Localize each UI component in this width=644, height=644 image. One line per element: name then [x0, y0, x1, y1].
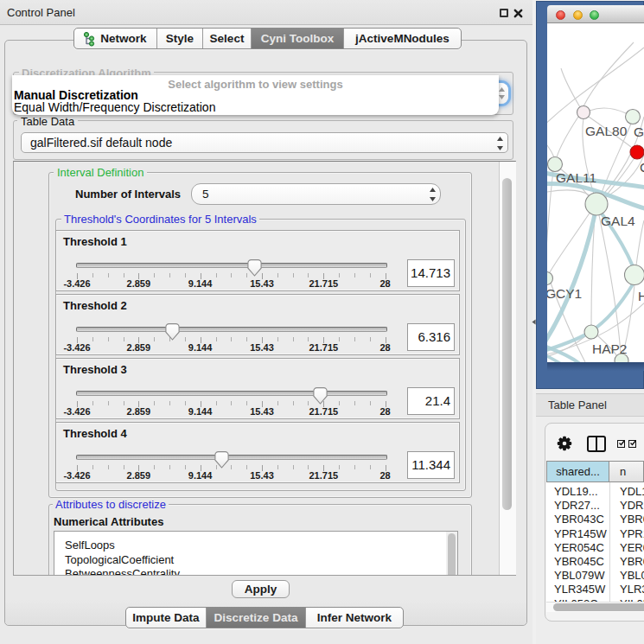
svg-text:GCY1: GCY1 [547, 286, 582, 301]
svg-text:GAL11: GAL11 [556, 170, 596, 185]
svg-text:H: H [638, 289, 644, 303]
svg-text:C: C [640, 160, 644, 175]
svg-text:HAP2: HAP2 [592, 341, 628, 356]
svg-text:GAL4: GAL4 [601, 214, 635, 228]
svg-text:GA: GA [634, 124, 644, 139]
svg-text:GAL80: GAL80 [585, 124, 628, 138]
